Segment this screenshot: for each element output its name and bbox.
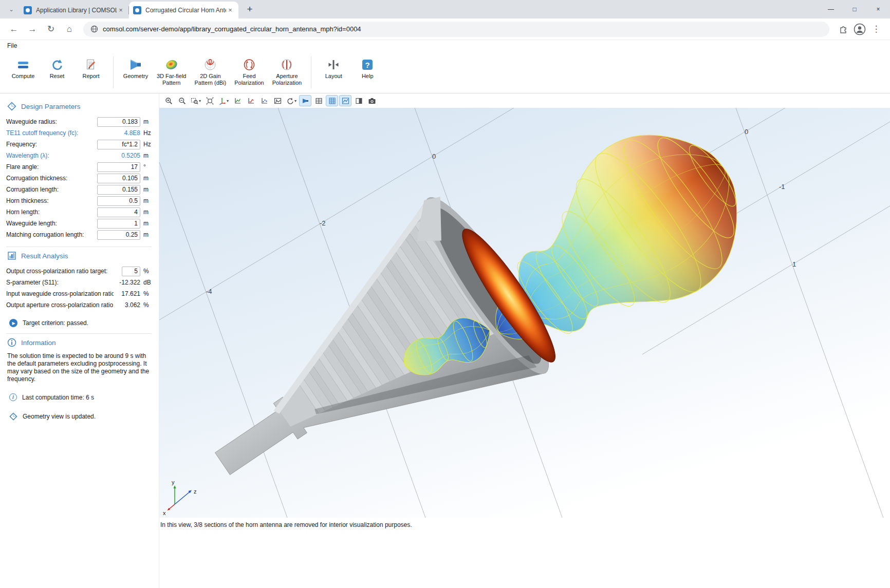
matching-corrugation-length-input[interactable] — [97, 230, 140, 240]
far-field-3d-button[interactable]: 3D Far-field Pattern — [153, 55, 190, 87]
image-button[interactable] — [271, 95, 284, 106]
zoom-extents-button[interactable] — [203, 95, 216, 106]
axis-tick-label: -4 — [206, 288, 212, 295]
file-menu[interactable]: File — [7, 42, 17, 49]
parameter-row: Wavelength (λ): 0.5205 m — [6, 150, 159, 161]
gain-2d-button[interactable]: 2D Gain Pattern (dBi) — [190, 55, 230, 87]
zoom-box-button[interactable]: ▾ — [189, 95, 202, 106]
default-view-button[interactable]: ▾ — [217, 95, 230, 106]
app-menu-bar: File — [0, 40, 890, 51]
plot-line-button[interactable] — [245, 95, 257, 106]
reload-button[interactable]: ↻ — [42, 21, 60, 38]
geometry-status-row: Geometry view is updated. — [9, 412, 159, 421]
parameter-label: Waveguide radius: — [6, 118, 97, 125]
plot-points-button[interactable] — [258, 95, 270, 106]
aperture-polarization-label-1: Aperture — [276, 73, 298, 80]
grid-toggle-button[interactable] — [326, 95, 338, 106]
geometry-toggle-button[interactable] — [299, 95, 311, 106]
corrugation-length-input[interactable] — [97, 185, 140, 195]
compute-icon — [16, 56, 30, 73]
new-tab-button[interactable]: + — [243, 2, 257, 16]
settings-sidebar: Design Parameters Waveguide radius: m TE… — [0, 93, 159, 588]
zoom-in-button[interactable] — [162, 95, 175, 106]
minimize-button[interactable]: — — [819, 0, 843, 18]
parameter-row: Horn length: m — [6, 206, 159, 218]
horn-thickness-input[interactable] — [97, 196, 140, 206]
layout-button[interactable]: Layout — [317, 55, 350, 81]
geometry-status-icon — [9, 412, 17, 421]
last-computation-row: i Last computation time: 6 s — [9, 393, 159, 401]
parameter-label: Matching corrugation length: — [6, 231, 97, 238]
parameter-unit: m — [143, 186, 156, 193]
zoom-out-button[interactable] — [176, 95, 188, 106]
section-title: Result Analysis — [21, 252, 68, 260]
result-row: S-parameter (S11): -12.322 dB — [6, 277, 159, 288]
parameter-unit: m — [143, 152, 156, 159]
back-button[interactable]: ← — [5, 21, 23, 38]
extensions-icon[interactable] — [835, 21, 852, 38]
model-3d-viewport[interactable]: 0 -2 -4 0 -1 1 y z x — [159, 108, 890, 518]
plot-window-toggle-button[interactable] — [339, 95, 351, 106]
window-close-button[interactable]: × — [866, 0, 890, 18]
dropdown-caret-icon: ▾ — [227, 99, 229, 103]
geometry-horn-icon — [128, 56, 143, 73]
parameter-unit: m — [143, 118, 156, 125]
menu-kebab-icon[interactable]: ⋮ — [867, 21, 885, 38]
parameter-label: Corrugation thickness: — [6, 175, 97, 182]
tab-search-button[interactable]: ⌄ — [4, 2, 18, 16]
maximize-button[interactable]: □ — [843, 0, 866, 18]
tab-close-icon[interactable]: × — [226, 6, 234, 14]
feed-polarization-button[interactable]: Feed Polarization — [230, 55, 268, 87]
compute-button[interactable]: Compute — [6, 55, 40, 81]
tab-corrugated-horn[interactable]: Corrugated Circular Horn Anten × — [129, 2, 238, 18]
waveguide-length-input[interactable] — [97, 219, 140, 229]
horn-length-input[interactable] — [97, 207, 140, 217]
output-cross-polarization-value: 3.062 — [114, 301, 140, 309]
parameter-row: Flare angle: ° — [6, 161, 159, 173]
aperture-polarization-button[interactable]: Aperture Polarization — [268, 55, 306, 87]
target-criterion-row: ▶ Target criterion: passed. — [9, 319, 159, 327]
target-criterion-text: Target criterion: passed. — [23, 319, 88, 327]
flare-angle-input[interactable] — [97, 162, 140, 172]
plot-xy-button[interactable] — [231, 95, 244, 106]
reset-button[interactable]: Reset — [40, 55, 74, 81]
parameter-row: Corrugation thickness: m — [6, 173, 159, 184]
parameter-label: Waveguide length: — [6, 220, 97, 227]
waveguide-radius-input[interactable] — [97, 117, 140, 127]
snapshot-button[interactable] — [366, 95, 378, 106]
te11-cutoff-value: 4.8E8 — [97, 129, 140, 137]
toolbar-separator — [311, 56, 311, 88]
gain-2d-label-2: Pattern (dBi) — [194, 80, 226, 86]
tab-close-icon[interactable]: × — [117, 6, 125, 14]
geometry-button[interactable]: Geometry — [119, 55, 153, 81]
geometry-status-text: Geometry view is updated. — [23, 413, 96, 420]
help-button[interactable]: ? Help — [350, 55, 384, 81]
profile-avatar[interactable] — [853, 23, 866, 36]
site-info-icon[interactable] — [90, 25, 98, 33]
table-button[interactable] — [312, 95, 325, 106]
transparency-button[interactable] — [353, 95, 365, 106]
result-row: Output cross-polarization ratio target: … — [6, 265, 159, 277]
axis-tick-label: -1 — [779, 183, 785, 191]
frequency-input[interactable] — [97, 140, 140, 149]
corrugation-thickness-input[interactable] — [97, 174, 140, 183]
info-icon: i — [9, 393, 17, 401]
parameter-unit: ° — [143, 163, 156, 170]
cross-polarization-target-input[interactable] — [122, 267, 140, 276]
design-parameters-header: Design Parameters — [7, 102, 159, 111]
graphics-toolbar: ▾ ▾ ▾ — [159, 93, 890, 108]
layout-icon — [326, 56, 341, 73]
forward-button[interactable]: → — [24, 21, 41, 38]
parameter-label: Horn length: — [6, 208, 97, 216]
input-cross-polarization-value: 17.621 — [114, 290, 140, 297]
address-bar[interactable]: comsol.com/server-demo/app/library_corru… — [83, 22, 829, 37]
tab-application-library[interactable]: Application Library | COMSOL S × — [20, 2, 129, 18]
result-label: Output cross-polarization ratio target: — [6, 268, 122, 275]
far-field-3d-icon — [164, 56, 179, 73]
aperture-polarization-label-2: Polarization — [272, 80, 302, 86]
rotate-view-button[interactable]: ▾ — [285, 95, 298, 106]
layout-label: Layout — [325, 73, 342, 80]
home-button[interactable]: ⌂ — [61, 21, 78, 38]
parameter-row: Waveguide radius: m — [6, 116, 159, 127]
report-button[interactable]: Report — [74, 55, 108, 81]
